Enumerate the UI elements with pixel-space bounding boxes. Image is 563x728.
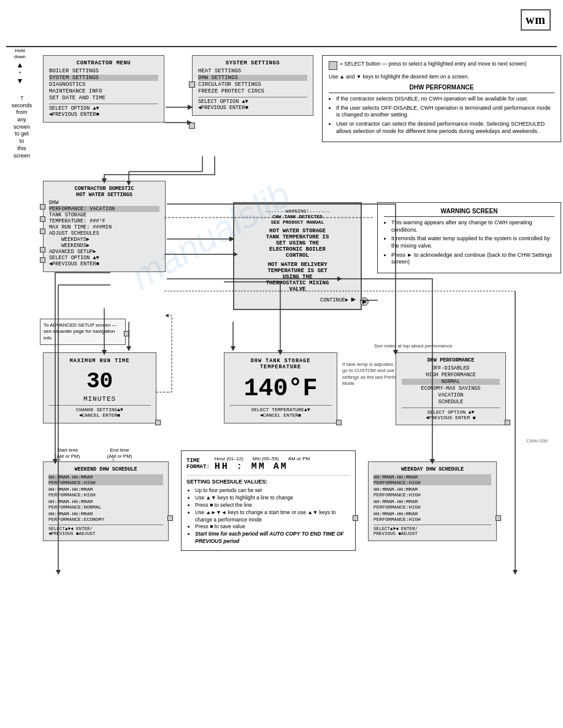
warning-screen: -------WARNING!------- CHW TANK DETECTED… <box>233 202 362 310</box>
select-icon-system <box>189 82 195 88</box>
select-icon-wkends <box>40 257 45 263</box>
dhw-performance-list-screen: DHW PERFORMANCE OFF-DISABLED HIGH PERFOR… <box>396 352 506 425</box>
select-btn-icon <box>329 61 337 70</box>
svg-marker-13 <box>231 346 236 351</box>
select-icon-weekend <box>167 515 173 521</box>
select-icon-wkdays <box>40 247 45 252</box>
system-settings-screen: SYSTEM SETTINGS HEAT SETTINGS DHW SETTIN… <box>192 55 313 116</box>
start-time-label: Start time(AM or PM) <box>46 447 89 460</box>
select-icon-dhw <box>189 123 195 129</box>
select-icon-timefmt <box>353 515 358 521</box>
contractor-menu-screen: CONTRACTOR MENU BOILER SETTINGS SYSTEM S… <box>43 55 164 123</box>
wm-logo: wm <box>521 9 551 31</box>
end-time-label: End time(AM or PM) <box>98 447 141 460</box>
select-icon-maxrun2 <box>155 420 161 425</box>
weekend-schedule-screen: WEEKEND DHW SCHEDULE HH:MMAM-HH:MMAM PER… <box>43 461 169 541</box>
select-icon-maxrun <box>40 229 45 234</box>
warning-info-box: WARNING SCREEN This warning appears afte… <box>377 202 561 273</box>
ref-number: CWH-038 <box>526 438 548 444</box>
select-icon-perf <box>40 204 45 210</box>
advanced-setup-note: To ADVANCED SETUP screen — see separate … <box>40 319 126 345</box>
select-icon-perf-list <box>505 420 510 425</box>
dhw-performance-info: = SELECT button — press to select a high… <box>322 55 561 142</box>
svg-marker-11 <box>126 346 131 351</box>
max-run-time-screen: MAXIMUM RUN TIME 30 MINUTES CHANGE SETTI… <box>43 352 156 423</box>
select-icon-weekday <box>496 515 501 521</box>
time-format-box: TIME FORMAT: Hour (01–12) Min (00–59) AM… <box>181 450 356 551</box>
weekday-schedule-screen: WEEKDAY DHW SCHEDULE HH:MMAM-HH:MMAM PER… <box>368 461 497 541</box>
select-icon-tanktemp <box>336 420 342 425</box>
continue-circle-icon: ▶ <box>360 297 369 306</box>
svg-marker-20 <box>513 570 518 575</box>
see-notes-label: See notes at top about performance <box>374 343 453 349</box>
select-icon-adv <box>124 331 129 336</box>
svg-marker-17 <box>56 570 61 575</box>
select-icon-tank <box>40 216 45 222</box>
top-divider <box>6 46 557 47</box>
contractor-dhw-screen: CONTRACTOR DOMESTIC HOT WATER SETTINGS D… <box>43 181 166 272</box>
dhw-tank-temp-screen: DHW TANK STORAGE TEMPERATURE 140°F SELEC… <box>224 352 337 423</box>
